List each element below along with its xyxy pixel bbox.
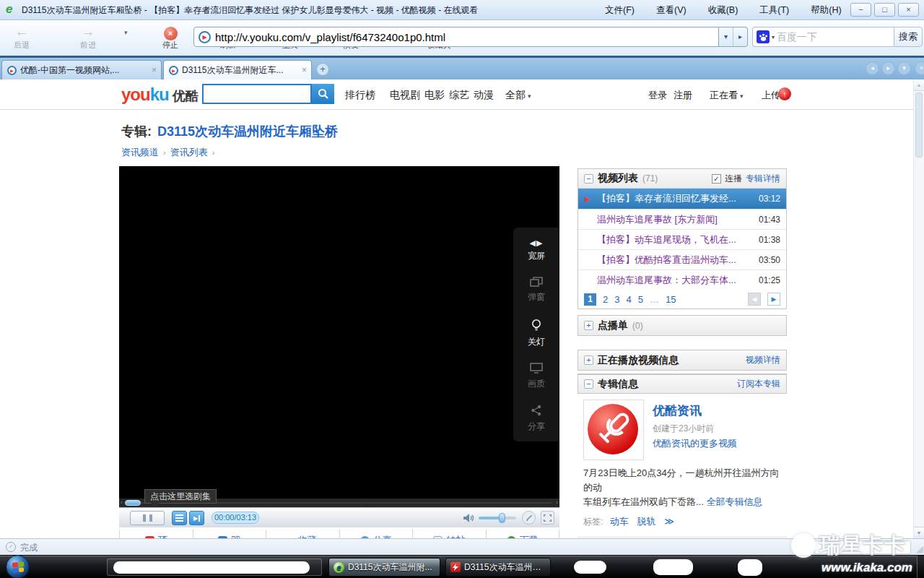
lights-off-button[interactable]: 关灯 xyxy=(513,319,559,348)
page-link[interactable]: 3 xyxy=(614,294,619,305)
page-link[interactable]: 2 xyxy=(603,294,608,305)
resize-grip-icon[interactable]: ◢ xyxy=(916,543,923,554)
settings-button[interactable] xyxy=(522,511,536,525)
share-video-button[interactable]: 分享 xyxy=(340,530,414,538)
video-detail-link[interactable]: 视频详情 xyxy=(746,354,780,366)
address-dropdown-icon[interactable]: ▾ xyxy=(719,27,733,46)
tabs-list-dropdown-icon[interactable]: ▾ xyxy=(897,61,911,75)
favorite-button[interactable]: ♥收藏 xyxy=(266,530,340,538)
tabs-scroll-right-icon[interactable]: ▸ xyxy=(881,61,895,75)
register-link[interactable]: 注册 xyxy=(674,89,692,102)
show-desktop-button[interactable] xyxy=(917,556,924,578)
quality-button[interactable]: 画质 xyxy=(513,363,559,390)
seek-handle[interactable] xyxy=(125,500,141,506)
video-screen[interactable]: ◀▶ 宽屏 弹窗 关灯 画质 xyxy=(119,166,559,499)
pause-button[interactable] xyxy=(130,511,165,525)
next-button[interactable]: ▶ xyxy=(189,511,204,525)
go-icon[interactable]: ▸ xyxy=(733,27,747,46)
watching-link[interactable]: 正在看▾ xyxy=(710,89,744,102)
nav-tv[interactable]: 电视剧 xyxy=(390,89,420,102)
stop-button[interactable]: × 停止 xyxy=(153,23,188,51)
menu-file[interactable]: 文件(F) xyxy=(605,4,635,17)
nav-variety[interactable]: 综艺 xyxy=(449,89,469,102)
back-button[interactable]: ← 后退 xyxy=(4,23,39,51)
tab-close-icon[interactable]: × xyxy=(152,65,157,75)
popup-button[interactable]: 弹窗 xyxy=(513,277,559,303)
expand-icon[interactable]: + xyxy=(584,355,593,365)
search-engine-dropdown-icon[interactable]: ▾ xyxy=(772,34,775,40)
web-search-input[interactable] xyxy=(777,31,894,43)
tabs-close-icon[interactable]: × xyxy=(915,61,924,75)
taskbar-window-ie[interactable]: e D3115次动车温州附... xyxy=(328,558,440,577)
video-item[interactable]: 【拍客】优酷拍客直击温州动车... 03:50 xyxy=(578,249,786,269)
download-button[interactable]: ↓下载 xyxy=(487,530,560,538)
page-link[interactable]: 4 xyxy=(626,294,631,305)
page-prev-icon[interactable]: ◀ xyxy=(748,293,761,306)
collapse-icon[interactable]: − xyxy=(584,174,593,184)
site-search-input[interactable] xyxy=(202,84,312,104)
more-videos-link[interactable]: 优酷资讯的更多视频 xyxy=(653,437,737,450)
fullscreen-button[interactable] xyxy=(541,511,554,525)
volume-handle[interactable] xyxy=(499,513,505,523)
video-item[interactable]: 温州动车追尾事故 [东方新闻] 01:43 xyxy=(578,209,786,229)
page-link[interactable]: 5 xyxy=(638,294,643,305)
nav-ranking[interactable]: 排行榜 xyxy=(345,89,375,102)
repost-button[interactable]: 转帖 xyxy=(413,530,487,538)
menu-view[interactable]: 查看(V) xyxy=(656,4,687,17)
avatar[interactable] xyxy=(583,400,644,460)
forward-button[interactable]: → 前进 xyxy=(71,23,105,51)
forward-dropdown-icon[interactable]: ▾ xyxy=(124,29,128,36)
share-button[interactable]: 分享 xyxy=(513,405,559,433)
breadcrumb-channel[interactable]: 资讯频道 xyxy=(121,147,159,158)
nav-movie[interactable]: 电影 xyxy=(424,89,445,102)
video-item[interactable]: 【拍客】动车追尾现场，飞机在... 01:38 xyxy=(578,229,786,249)
tags-more-link[interactable]: ≫ xyxy=(664,516,674,527)
youku-logo[interactable]: youku优酷 xyxy=(121,85,199,105)
album-detail-link[interactable]: 专辑详情 xyxy=(746,173,780,185)
tabs-scroll-left-icon[interactable]: ◂ xyxy=(866,61,879,75)
page-current[interactable]: 1 xyxy=(584,293,596,306)
menu-help[interactable]: 帮助(H) xyxy=(811,4,841,17)
full-album-info-link[interactable]: 全部专辑信息 xyxy=(706,496,762,507)
autoplay-checkbox[interactable]: ✓ xyxy=(712,174,721,184)
scrollbar-thumb[interactable] xyxy=(915,92,923,158)
volume-icon[interactable] xyxy=(463,513,474,526)
taskbar-window-player[interactable]: D3115次动车温州附... xyxy=(445,558,551,577)
site-search-button[interactable] xyxy=(312,84,334,104)
minimize-button[interactable]: − xyxy=(850,3,871,17)
upload-link[interactable]: 上传 xyxy=(762,89,780,102)
tag-link[interactable]: 动车 xyxy=(610,516,629,527)
tab-youku-home[interactable]: ▶ 优酷-中国第一视频网站,... × xyxy=(1,60,162,79)
like-button[interactable]: 顶 xyxy=(119,530,193,538)
menu-favorites[interactable]: 收藏(B) xyxy=(708,4,738,17)
breadcrumb-list[interactable]: 资讯列表 xyxy=(170,147,208,158)
login-link[interactable]: 登录 xyxy=(648,89,667,102)
address-url[interactable]: http://v.youku.com/v_playlist/f6473240o1… xyxy=(215,31,445,43)
scroll-up-icon[interactable]: ▲ xyxy=(914,79,924,91)
widescreen-button[interactable]: ◀▶ 宽屏 xyxy=(513,238,559,262)
close-button[interactable]: × xyxy=(898,3,919,17)
subscribe-link[interactable]: 订阅本专辑 xyxy=(737,378,780,390)
nav-all[interactable]: 全部▾ xyxy=(505,89,531,102)
upload-icon[interactable]: ↑ xyxy=(778,87,791,100)
volume-slider[interactable] xyxy=(479,517,516,519)
tab-current-video[interactable]: ▶ D3115次动车温州附近车... × xyxy=(163,60,312,79)
scrollbar[interactable]: ▲ ▼ xyxy=(913,79,924,538)
web-search-button[interactable]: 搜索 xyxy=(894,27,923,47)
new-tab-button[interactable]: + xyxy=(316,63,329,76)
address-bar[interactable]: ▶ http://v.youku.com/v_playlist/f6473240… xyxy=(193,27,719,47)
tag-link[interactable]: 脱轨 xyxy=(637,516,656,527)
playlist-button[interactable] xyxy=(172,511,187,525)
video-item[interactable]: 温州动车追尾事故：大部分车体... 01:25 xyxy=(578,269,786,290)
restore-button[interactable]: □ xyxy=(874,3,895,17)
page-next-icon[interactable]: ▶ xyxy=(767,293,780,306)
dislike-button[interactable]: 踩 xyxy=(193,530,267,538)
page-link[interactable]: 15 xyxy=(666,294,676,305)
scroll-down-icon[interactable]: ▼ xyxy=(914,527,924,538)
collapse-icon[interactable]: − xyxy=(584,379,593,389)
menu-tools[interactable]: 工具(T) xyxy=(759,4,789,17)
start-button[interactable] xyxy=(6,555,30,578)
video-item-current[interactable]: ▶ 【拍客】幸存者流泪回忆事发经... 03:12 xyxy=(578,189,786,209)
expand-icon[interactable]: + xyxy=(584,321,593,330)
album-owner-link[interactable]: 优酷资讯 xyxy=(653,402,702,419)
